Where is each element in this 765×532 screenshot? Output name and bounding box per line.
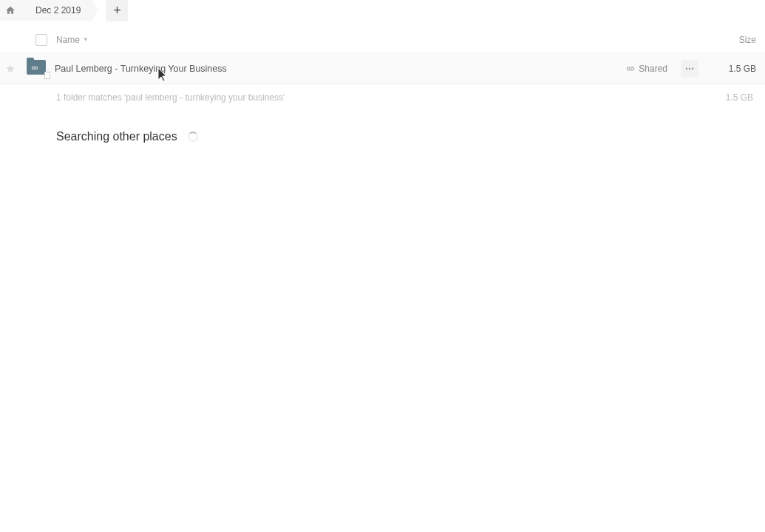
home-icon xyxy=(5,5,16,16)
breadcrumb-home[interactable] xyxy=(0,0,21,21)
more-actions-button[interactable] xyxy=(681,60,698,78)
plus-icon: + xyxy=(113,3,121,18)
link-icon xyxy=(626,64,635,73)
ellipsis-icon xyxy=(684,64,695,74)
svg-point-0 xyxy=(686,67,687,69)
svg-point-1 xyxy=(689,67,690,69)
name-column-header[interactable]: Name ▼ xyxy=(56,35,89,45)
search-summary-size: 1.5 GB xyxy=(726,92,753,103)
breadcrumb-bar: Dec 2 2019 + xyxy=(0,0,765,21)
breadcrumb-current[interactable]: Dec 2 2019 xyxy=(21,0,92,21)
file-size: 1.5 GB xyxy=(712,64,756,74)
shared-indicator[interactable]: Shared xyxy=(626,64,667,74)
breadcrumb-label: Dec 2 2019 xyxy=(35,5,81,16)
search-summary-row: 1 folder matches 'paul lemberg - turnkey… xyxy=(0,87,765,108)
sort-caret-icon: ▼ xyxy=(83,36,89,43)
searching-section: Searching other places xyxy=(0,108,765,143)
add-button[interactable]: + xyxy=(106,0,128,21)
shared-label: Shared xyxy=(639,64,667,74)
select-all-checkbox[interactable] xyxy=(35,34,47,46)
name-column-label: Name xyxy=(56,35,80,45)
star-toggle[interactable] xyxy=(0,64,21,74)
size-column-header[interactable]: Size xyxy=(739,35,756,45)
search-summary-text: 1 folder matches 'paul lemberg - turnkey… xyxy=(56,92,285,103)
column-header-row: Name ▼ Size xyxy=(0,27,765,53)
folder-icon-wrapper xyxy=(27,60,49,78)
file-name[interactable]: Paul Lemberg - Turnkeying Your Business xyxy=(55,64,227,74)
loading-spinner-icon xyxy=(188,132,198,142)
searching-label: Searching other places xyxy=(56,130,177,143)
size-column-label: Size xyxy=(739,35,756,45)
file-badge-icon xyxy=(44,72,50,79)
file-row[interactable]: Paul Lemberg - Turnkeying Your Business … xyxy=(0,53,765,84)
svg-point-2 xyxy=(692,67,693,69)
link-icon xyxy=(30,63,40,73)
row-actions: Shared 1.5 GB xyxy=(626,60,759,78)
star-icon xyxy=(5,64,16,74)
